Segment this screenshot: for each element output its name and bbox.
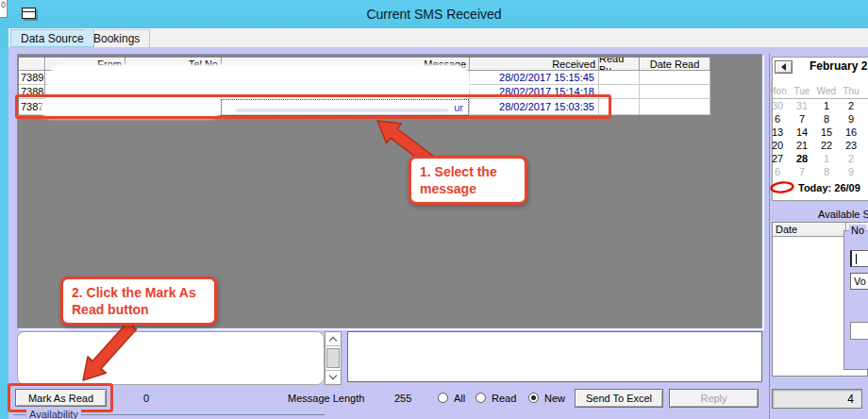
row-highlight-rectangle <box>15 94 611 119</box>
available-count-field: 4 <box>772 389 862 409</box>
day-header: Tue <box>790 86 814 96</box>
today-circle-icon <box>770 181 794 193</box>
reply-textarea[interactable] <box>347 331 762 382</box>
text-caret <box>856 254 857 264</box>
cell-date-read[interactable] <box>640 85 710 99</box>
cell-date-read[interactable] <box>640 99 710 115</box>
calendar-day[interactable]: 9 <box>839 166 863 179</box>
calendar-day[interactable]: 16 <box>839 126 863 140</box>
background-window-fragment: 0 <box>0 0 8 18</box>
date-column-header[interactable]: Date <box>773 223 846 237</box>
day-header: Wed <box>814 86 839 96</box>
col-header-received[interactable]: Received <box>470 58 599 71</box>
calendar-day[interactable]: 2 <box>839 153 863 166</box>
tab-data-source[interactable]: Data Source <box>10 29 94 47</box>
cell-read-by[interactable] <box>599 71 640 85</box>
calendar-day[interactable]: 8 <box>814 113 839 126</box>
calendar-day-headers: Mon Tue Wed Thu <box>765 86 863 96</box>
secondary-input[interactable] <box>850 322 868 340</box>
app-window: Current SMS Received 0 Data Source Booki… <box>0 0 868 419</box>
window-title: Current SMS Received <box>0 7 868 22</box>
calendar-day[interactable]: 7 <box>790 113 814 126</box>
calendar-day[interactable]: 6 <box>765 166 790 179</box>
cell-date-read[interactable] <box>640 71 710 85</box>
calendar-day[interactable]: 14 <box>790 126 814 140</box>
tab-strip: Data Source Bookings <box>8 28 868 47</box>
radio-new[interactable] <box>528 393 539 403</box>
calendar-separator <box>767 98 868 99</box>
radio-all[interactable] <box>438 393 448 403</box>
message-length-value: 255 <box>394 393 411 404</box>
tab-bookings[interactable]: Bookings <box>84 29 150 47</box>
voucher-field[interactable]: Vo <box>850 273 868 290</box>
calendar-day[interactable]: 13 <box>765 126 790 140</box>
form-window-icon <box>22 8 36 19</box>
calendar-day[interactable]: 8 <box>814 166 839 179</box>
arrow-left-icon <box>781 63 786 71</box>
scroll-down-button[interactable] <box>326 370 341 384</box>
calendar-day[interactable]: 20 <box>765 140 790 153</box>
availability-groupbox-label: Availability <box>26 409 81 419</box>
radio-read-label: Read <box>492 393 516 404</box>
calendar-day[interactable]: 27 <box>765 153 790 166</box>
title-bar[interactable]: Current SMS Received <box>0 0 868 28</box>
chevron-down-icon <box>329 372 337 379</box>
message-length-label: Message Length <box>288 393 364 404</box>
row-id[interactable]: 7389 <box>19 71 45 85</box>
notes-groupbox-label: No <box>849 225 866 236</box>
calendar-day[interactable]: 22 <box>814 140 839 153</box>
col-header-date-read[interactable]: Date Read <box>640 58 710 71</box>
calendar-day[interactable]: 6 <box>765 113 790 126</box>
calendar-date-grid: 30 31 1 2 6 7 8 9 13 14 15 16 20 21 22 2… <box>765 100 863 179</box>
day-header: Mon <box>765 86 790 96</box>
calendar-day[interactable]: 23 <box>839 140 863 153</box>
vertical-scrollbar[interactable] <box>325 331 342 385</box>
send-to-excel-button[interactable]: Send To Excel <box>575 389 663 408</box>
day-header: Thu <box>839 86 863 96</box>
calendar-day[interactable]: 31 <box>790 100 814 113</box>
notes-input[interactable] <box>850 250 868 267</box>
calendar-title: February 2 <box>810 59 867 73</box>
calendar-day[interactable]: 30 <box>765 100 790 113</box>
cell-received[interactable]: 28/02/2017 15:15:45 <box>470 71 599 85</box>
calendar-day[interactable]: 2 <box>839 100 863 113</box>
message-preview-textarea[interactable] <box>17 331 325 385</box>
calendar-prev-month-button[interactable] <box>775 60 793 74</box>
annotation-step2: 2. Click the Mark As Read button <box>60 277 217 326</box>
radio-all-label: All <box>454 393 465 404</box>
calendar-day[interactable]: 1 <box>814 153 839 166</box>
radio-read[interactable] <box>476 393 486 403</box>
annotation-step1: 1. Select the message <box>409 156 527 205</box>
calendar-day-selected[interactable]: 28 <box>790 153 814 166</box>
calendar-day[interactable]: 9 <box>839 113 863 126</box>
reply-button[interactable]: Reply <box>669 389 759 408</box>
calendar-day[interactable]: 15 <box>814 126 839 140</box>
calendar-day[interactable]: 7 <box>790 166 814 179</box>
col-header-read-by[interactable]: Read By <box>599 58 640 71</box>
radio-new-label: New <box>544 393 565 404</box>
calendar-day[interactable]: 1 <box>814 100 839 113</box>
col-header-selector[interactable] <box>19 58 45 71</box>
chevron-up-icon <box>329 337 337 344</box>
scrollbar-thumb[interactable] <box>326 348 340 368</box>
char-count-value: 0 <box>143 393 149 404</box>
calendar-day[interactable]: 21 <box>790 140 814 153</box>
available-heading: Available S <box>818 209 868 220</box>
scroll-up-button[interactable] <box>326 332 341 346</box>
calendar-today-label[interactable]: Today: 26/09 <box>798 182 860 193</box>
